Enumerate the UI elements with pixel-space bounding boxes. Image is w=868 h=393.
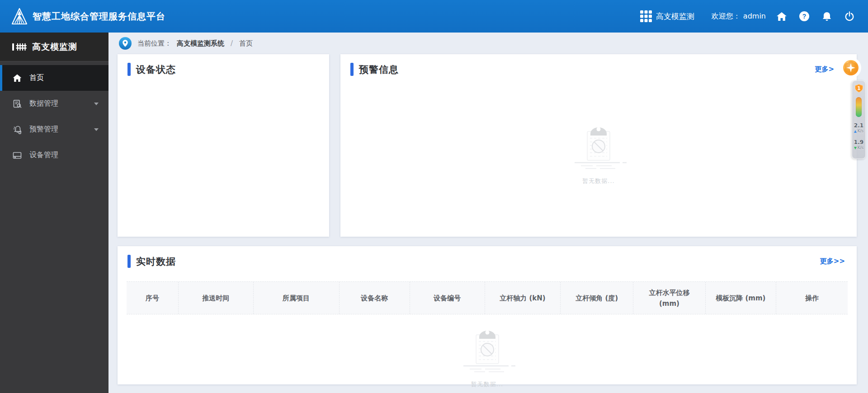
breadcrumb-current: 首页	[239, 39, 253, 48]
realtime-data-panel: 实时数据 更多>> 序号 推送时间 所属项目 设备名称 设备编号 立杆轴力 (k…	[118, 246, 857, 384]
sidebar-menu: 首页 数据管理	[0, 61, 108, 168]
device-box-icon	[12, 150, 22, 160]
notifications-button[interactable]	[820, 9, 834, 23]
net-speed-widget[interactable]: 1 2.1 K/s 1.9 K/s	[852, 80, 866, 159]
grid-menu-icon	[640, 10, 652, 22]
upload-speed: 2.1 K/s	[854, 123, 864, 134]
column-header: 立杆水平位移 (mm)	[633, 282, 706, 314]
location-pin-icon	[118, 37, 132, 50]
download-speed-value: 1.9	[854, 140, 864, 145]
title-accent-bar	[127, 255, 131, 268]
sidebar-item-device-management[interactable]: 设备管理	[0, 142, 108, 168]
bell-icon	[822, 11, 832, 21]
platform-title: 智慧工地综合管理服务信息平台	[33, 10, 165, 23]
warning-more-link[interactable]: 更多>	[815, 65, 834, 74]
realtime-table-body: 暂无数据...	[127, 314, 848, 393]
device-status-panel-head: 设备状态	[118, 54, 329, 76]
device-status-panel: 设备状态	[118, 54, 329, 237]
top-header: 智慧工地综合管理服务信息平台 高支模监测 欢迎您： admin	[0, 0, 868, 33]
empty-text: 暂无数据...	[471, 380, 503, 388]
download-speed: 1.9 K/s	[854, 140, 864, 150]
breadcrumb-system[interactable]: 高支模监测系统	[177, 39, 224, 48]
sidebar-brand-label: 高支模监测	[32, 41, 77, 53]
gradient-meter-bar	[856, 97, 862, 117]
welcome-prefix: 欢迎您：	[712, 12, 741, 21]
column-header: 序号	[127, 282, 179, 314]
no-data-clipboard-icon	[565, 123, 632, 173]
title-accent-bar	[350, 63, 354, 76]
floating-ball-button[interactable]	[839, 56, 863, 81]
shield-badge-icon: 1	[854, 84, 863, 93]
column-header: 设备编号	[410, 282, 485, 314]
no-data-clipboard-icon	[453, 326, 521, 377]
realtime-panel-head: 实时数据 更多>>	[118, 246, 857, 268]
column-header: 推送时间	[179, 282, 254, 314]
chevron-down-icon	[94, 128, 99, 131]
platform-logo-icon	[12, 8, 27, 25]
panel-title: 预警信息	[359, 63, 399, 76]
warning-empty-state: 暂无数据...	[340, 123, 857, 185]
chevron-down-icon	[94, 103, 99, 105]
sidebar-item-warning-management[interactable]: 预警管理	[0, 117, 108, 142]
column-header: 立杆倾角 (度)	[561, 282, 633, 314]
sidebar-item-label: 数据管理	[29, 99, 58, 108]
upload-speed-value: 2.1	[854, 123, 864, 129]
welcome-text: 欢迎您： admin	[712, 12, 766, 21]
sidebar-item-label: 预警管理	[29, 125, 58, 134]
app-switcher[interactable]: 高支模监测	[640, 10, 694, 22]
breadcrumb-prefix: 当前位置：	[137, 39, 171, 48]
panel-title: 实时数据	[136, 255, 176, 268]
home-icon	[776, 11, 787, 21]
realtime-empty-state: 暂无数据...	[453, 326, 521, 388]
sidebar-brand: 高支模监测	[0, 33, 108, 61]
badge-count: 1	[857, 86, 860, 91]
realtime-table-header: 序号 推送时间 所属项目 设备名称 设备编号 立杆轴力 (kN) 立杆倾角 (度…	[127, 281, 848, 314]
logout-button[interactable]	[843, 9, 856, 23]
orange-pinwheel-icon	[839, 56, 863, 80]
svg-text:?: ?	[802, 13, 807, 20]
topbar-right: 高支模监测 欢迎您： admin ?	[640, 9, 856, 23]
column-header: 所属项目	[254, 282, 340, 314]
upload-speed-unit: K/s	[858, 129, 864, 134]
panel-title: 设备状态	[136, 63, 176, 76]
power-icon	[844, 11, 855, 22]
realtime-table: 序号 推送时间 所属项目 设备名称 设备编号 立杆轴力 (kN) 立杆倾角 (度…	[127, 281, 848, 393]
sidebar: 高支模监测 首页 数据管理	[0, 33, 108, 393]
brand: 智慧工地综合管理服务信息平台	[12, 8, 165, 25]
up-arrow-icon	[854, 130, 857, 133]
column-header: 设备名称	[340, 282, 410, 314]
sidebar-brand-icon	[12, 42, 27, 52]
username: admin	[743, 12, 766, 21]
app-root: 智慧工地综合管理服务信息平台 高支模监测 欢迎您： admin	[0, 0, 868, 393]
help-icon: ?	[799, 11, 810, 22]
warning-panel-head: 预警信息 更多>	[340, 54, 857, 76]
help-button[interactable]: ?	[797, 9, 811, 23]
sidebar-item-label: 首页	[29, 73, 44, 83]
home-button[interactable]	[775, 9, 788, 23]
breadcrumb-separator: /	[231, 39, 233, 47]
down-arrow-icon	[854, 147, 857, 150]
home-icon	[12, 73, 22, 83]
sidebar-item-home[interactable]: 首页	[0, 65, 108, 91]
column-header: 操作	[776, 282, 848, 314]
column-header: 立杆轴力 (kN)	[485, 282, 561, 314]
sidebar-item-label: 设备管理	[29, 150, 58, 160]
app-switcher-label: 高支模监测	[656, 11, 694, 22]
column-header: 模板沉降 (mm)	[706, 282, 776, 314]
download-speed-unit: K/s	[858, 146, 864, 150]
empty-text: 暂无数据...	[582, 177, 614, 185]
warning-info-panel: 预警信息 更多> 暂	[340, 54, 857, 237]
sidebar-item-data-management[interactable]: 数据管理	[0, 91, 108, 117]
report-search-icon	[12, 99, 22, 109]
title-accent-bar	[127, 63, 131, 76]
breadcrumb: 当前位置： 高支模监测系统 / 首页	[118, 36, 253, 51]
realtime-more-link[interactable]: 更多>>	[820, 257, 845, 266]
alarm-bell-icon	[12, 125, 22, 135]
